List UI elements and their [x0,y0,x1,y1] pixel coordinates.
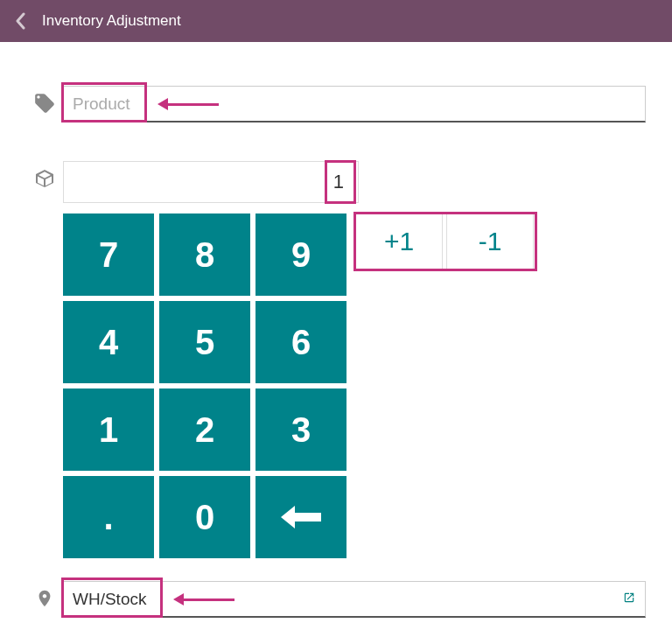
key-dot[interactable]: . [63,476,154,558]
key-7[interactable]: 7 [63,214,154,296]
key-5[interactable]: 5 [159,301,250,383]
quantity-value: 1 [328,169,349,195]
key-2[interactable]: 2 [159,388,250,471]
location-row [26,581,646,618]
quantity-display[interactable]: 1 [63,161,359,203]
location-input[interactable] [63,581,646,618]
external-link-icon[interactable] [623,592,635,607]
product-icon-col [26,86,63,121]
key-3[interactable]: 3 [256,388,346,471]
key-1[interactable]: 1 [63,388,154,471]
adjust-buttons: +1 -1 [355,214,534,270]
plus-one-button[interactable]: +1 [355,214,443,270]
quantity-field: 1 7 8 9 4 5 6 1 2 3 . 0 [63,161,646,558]
page-title: Inventory Adjustment [42,12,181,30]
tag-icon [33,92,56,115]
key-9[interactable]: 9 [256,214,346,296]
quantity-row: 1 7 8 9 4 5 6 1 2 3 . 0 [26,161,646,558]
key-0[interactable]: 0 [159,476,250,558]
app-header: Inventory Adjustment [0,0,672,42]
numeric-keypad: 7 8 9 4 5 6 1 2 3 . 0 [63,214,346,558]
key-6[interactable]: 6 [256,301,346,383]
location-icon-col [26,581,63,616]
cube-icon [34,168,55,189]
minus-one-button[interactable]: -1 [446,214,534,270]
key-8[interactable]: 8 [159,214,250,296]
arrow-left-icon [281,504,321,530]
chevron-left-icon [15,12,27,30]
location-field [63,581,646,618]
map-pin-icon [35,586,54,611]
keypad-wrap: 7 8 9 4 5 6 1 2 3 . 0 +1 -1 [63,214,646,558]
product-field [63,86,646,122]
key-backspace[interactable] [256,476,346,558]
quantity-icon-col [26,161,63,196]
key-4[interactable]: 4 [63,301,154,383]
product-row [26,86,646,122]
main-content: 1 7 8 9 4 5 6 1 2 3 . 0 [0,42,672,635]
back-button[interactable] [10,10,32,32]
product-input[interactable] [63,86,646,122]
